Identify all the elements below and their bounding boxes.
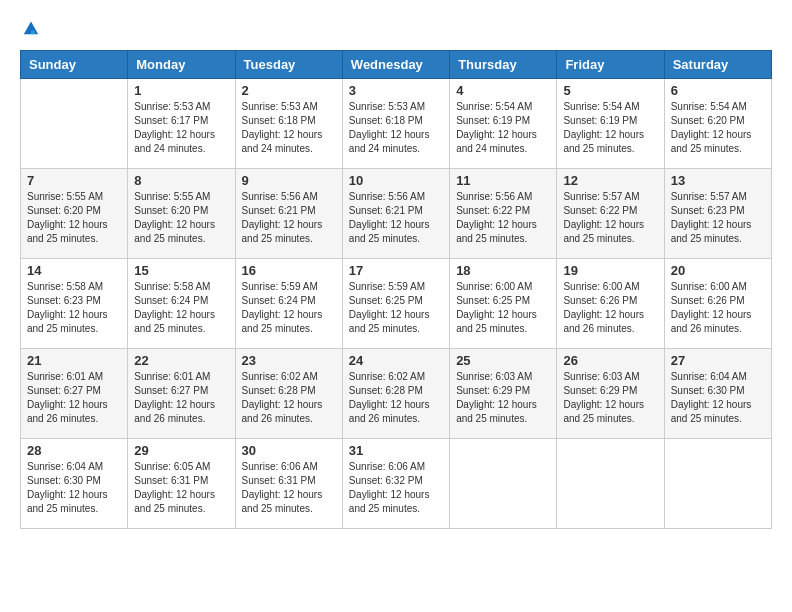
day-info: Sunrise: 6:00 AM Sunset: 6:26 PM Dayligh… xyxy=(671,280,765,336)
calendar-week-row: 28Sunrise: 6:04 AM Sunset: 6:30 PM Dayli… xyxy=(21,439,772,529)
day-info: Sunrise: 6:00 AM Sunset: 6:25 PM Dayligh… xyxy=(456,280,550,336)
calendar-cell: 26Sunrise: 6:03 AM Sunset: 6:29 PM Dayli… xyxy=(557,349,664,439)
calendar-cell: 27Sunrise: 6:04 AM Sunset: 6:30 PM Dayli… xyxy=(664,349,771,439)
day-number: 11 xyxy=(456,173,550,188)
day-info: Sunrise: 5:55 AM Sunset: 6:20 PM Dayligh… xyxy=(27,190,121,246)
day-info: Sunrise: 5:54 AM Sunset: 6:20 PM Dayligh… xyxy=(671,100,765,156)
calendar-cell: 30Sunrise: 6:06 AM Sunset: 6:31 PM Dayli… xyxy=(235,439,342,529)
day-number: 17 xyxy=(349,263,443,278)
column-header-saturday: Saturday xyxy=(664,51,771,79)
calendar-header-row: SundayMondayTuesdayWednesdayThursdayFrid… xyxy=(21,51,772,79)
calendar-cell: 28Sunrise: 6:04 AM Sunset: 6:30 PM Dayli… xyxy=(21,439,128,529)
calendar-cell: 15Sunrise: 5:58 AM Sunset: 6:24 PM Dayli… xyxy=(128,259,235,349)
day-number: 21 xyxy=(27,353,121,368)
calendar-cell: 5Sunrise: 5:54 AM Sunset: 6:19 PM Daylig… xyxy=(557,79,664,169)
day-info: Sunrise: 6:01 AM Sunset: 6:27 PM Dayligh… xyxy=(134,370,228,426)
calendar-cell: 22Sunrise: 6:01 AM Sunset: 6:27 PM Dayli… xyxy=(128,349,235,439)
day-info: Sunrise: 5:59 AM Sunset: 6:24 PM Dayligh… xyxy=(242,280,336,336)
calendar-week-row: 7Sunrise: 5:55 AM Sunset: 6:20 PM Daylig… xyxy=(21,169,772,259)
day-number: 18 xyxy=(456,263,550,278)
column-header-monday: Monday xyxy=(128,51,235,79)
day-number: 23 xyxy=(242,353,336,368)
day-number: 13 xyxy=(671,173,765,188)
column-header-wednesday: Wednesday xyxy=(342,51,449,79)
day-info: Sunrise: 5:57 AM Sunset: 6:22 PM Dayligh… xyxy=(563,190,657,246)
calendar-cell: 3Sunrise: 5:53 AM Sunset: 6:18 PM Daylig… xyxy=(342,79,449,169)
day-info: Sunrise: 5:54 AM Sunset: 6:19 PM Dayligh… xyxy=(456,100,550,156)
calendar-cell: 10Sunrise: 5:56 AM Sunset: 6:21 PM Dayli… xyxy=(342,169,449,259)
day-number: 4 xyxy=(456,83,550,98)
calendar-cell: 12Sunrise: 5:57 AM Sunset: 6:22 PM Dayli… xyxy=(557,169,664,259)
calendar-cell: 18Sunrise: 6:00 AM Sunset: 6:25 PM Dayli… xyxy=(450,259,557,349)
day-info: Sunrise: 6:03 AM Sunset: 6:29 PM Dayligh… xyxy=(456,370,550,426)
day-number: 1 xyxy=(134,83,228,98)
column-header-friday: Friday xyxy=(557,51,664,79)
day-info: Sunrise: 6:03 AM Sunset: 6:29 PM Dayligh… xyxy=(563,370,657,426)
day-info: Sunrise: 5:53 AM Sunset: 6:18 PM Dayligh… xyxy=(242,100,336,156)
day-number: 27 xyxy=(671,353,765,368)
day-number: 5 xyxy=(563,83,657,98)
day-number: 26 xyxy=(563,353,657,368)
calendar-cell: 31Sunrise: 6:06 AM Sunset: 6:32 PM Dayli… xyxy=(342,439,449,529)
calendar-cell: 7Sunrise: 5:55 AM Sunset: 6:20 PM Daylig… xyxy=(21,169,128,259)
day-number: 15 xyxy=(134,263,228,278)
calendar-cell: 2Sunrise: 5:53 AM Sunset: 6:18 PM Daylig… xyxy=(235,79,342,169)
calendar-cell xyxy=(557,439,664,529)
calendar-cell: 19Sunrise: 6:00 AM Sunset: 6:26 PM Dayli… xyxy=(557,259,664,349)
day-info: Sunrise: 5:56 AM Sunset: 6:21 PM Dayligh… xyxy=(349,190,443,246)
day-number: 20 xyxy=(671,263,765,278)
day-number: 3 xyxy=(349,83,443,98)
day-number: 6 xyxy=(671,83,765,98)
day-info: Sunrise: 6:04 AM Sunset: 6:30 PM Dayligh… xyxy=(671,370,765,426)
day-number: 28 xyxy=(27,443,121,458)
day-info: Sunrise: 6:01 AM Sunset: 6:27 PM Dayligh… xyxy=(27,370,121,426)
day-info: Sunrise: 5:56 AM Sunset: 6:21 PM Dayligh… xyxy=(242,190,336,246)
column-header-sunday: Sunday xyxy=(21,51,128,79)
calendar-cell: 6Sunrise: 5:54 AM Sunset: 6:20 PM Daylig… xyxy=(664,79,771,169)
day-info: Sunrise: 6:04 AM Sunset: 6:30 PM Dayligh… xyxy=(27,460,121,516)
calendar-cell xyxy=(664,439,771,529)
day-number: 9 xyxy=(242,173,336,188)
day-number: 7 xyxy=(27,173,121,188)
calendar-cell: 29Sunrise: 6:05 AM Sunset: 6:31 PM Dayli… xyxy=(128,439,235,529)
day-info: Sunrise: 5:58 AM Sunset: 6:24 PM Dayligh… xyxy=(134,280,228,336)
calendar-cell: 23Sunrise: 6:02 AM Sunset: 6:28 PM Dayli… xyxy=(235,349,342,439)
logo-icon xyxy=(22,18,40,36)
day-info: Sunrise: 6:00 AM Sunset: 6:26 PM Dayligh… xyxy=(563,280,657,336)
day-info: Sunrise: 6:06 AM Sunset: 6:31 PM Dayligh… xyxy=(242,460,336,516)
day-number: 14 xyxy=(27,263,121,278)
day-number: 24 xyxy=(349,353,443,368)
day-number: 29 xyxy=(134,443,228,458)
day-number: 12 xyxy=(563,173,657,188)
calendar-table: SundayMondayTuesdayWednesdayThursdayFrid… xyxy=(20,50,772,529)
calendar-cell: 9Sunrise: 5:56 AM Sunset: 6:21 PM Daylig… xyxy=(235,169,342,259)
calendar-cell: 13Sunrise: 5:57 AM Sunset: 6:23 PM Dayli… xyxy=(664,169,771,259)
calendar-cell xyxy=(450,439,557,529)
calendar-cell: 4Sunrise: 5:54 AM Sunset: 6:19 PM Daylig… xyxy=(450,79,557,169)
column-header-tuesday: Tuesday xyxy=(235,51,342,79)
calendar-cell xyxy=(21,79,128,169)
calendar-cell: 25Sunrise: 6:03 AM Sunset: 6:29 PM Dayli… xyxy=(450,349,557,439)
calendar-week-row: 14Sunrise: 5:58 AM Sunset: 6:23 PM Dayli… xyxy=(21,259,772,349)
day-info: Sunrise: 5:57 AM Sunset: 6:23 PM Dayligh… xyxy=(671,190,765,246)
day-number: 2 xyxy=(242,83,336,98)
day-number: 10 xyxy=(349,173,443,188)
day-number: 22 xyxy=(134,353,228,368)
day-info: Sunrise: 5:58 AM Sunset: 6:23 PM Dayligh… xyxy=(27,280,121,336)
calendar-cell: 20Sunrise: 6:00 AM Sunset: 6:26 PM Dayli… xyxy=(664,259,771,349)
logo xyxy=(20,20,40,34)
calendar-cell: 21Sunrise: 6:01 AM Sunset: 6:27 PM Dayli… xyxy=(21,349,128,439)
day-info: Sunrise: 5:56 AM Sunset: 6:22 PM Dayligh… xyxy=(456,190,550,246)
calendar-cell: 16Sunrise: 5:59 AM Sunset: 6:24 PM Dayli… xyxy=(235,259,342,349)
day-info: Sunrise: 5:54 AM Sunset: 6:19 PM Dayligh… xyxy=(563,100,657,156)
calendar-cell: 11Sunrise: 5:56 AM Sunset: 6:22 PM Dayli… xyxy=(450,169,557,259)
day-info: Sunrise: 6:02 AM Sunset: 6:28 PM Dayligh… xyxy=(242,370,336,426)
calendar-week-row: 21Sunrise: 6:01 AM Sunset: 6:27 PM Dayli… xyxy=(21,349,772,439)
page-header xyxy=(20,20,772,34)
day-info: Sunrise: 5:53 AM Sunset: 6:17 PM Dayligh… xyxy=(134,100,228,156)
calendar-cell: 17Sunrise: 5:59 AM Sunset: 6:25 PM Dayli… xyxy=(342,259,449,349)
calendar-cell: 14Sunrise: 5:58 AM Sunset: 6:23 PM Dayli… xyxy=(21,259,128,349)
calendar-cell: 24Sunrise: 6:02 AM Sunset: 6:28 PM Dayli… xyxy=(342,349,449,439)
day-info: Sunrise: 5:53 AM Sunset: 6:18 PM Dayligh… xyxy=(349,100,443,156)
day-info: Sunrise: 6:02 AM Sunset: 6:28 PM Dayligh… xyxy=(349,370,443,426)
